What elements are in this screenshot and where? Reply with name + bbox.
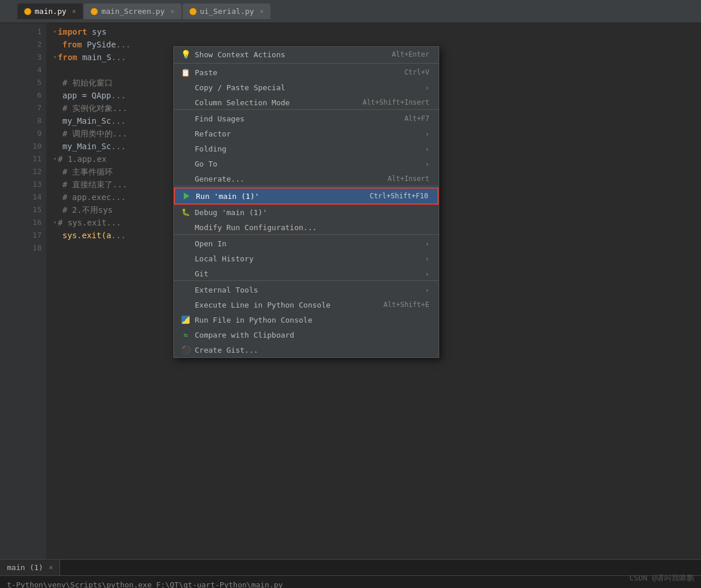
- menu-item-create-gist[interactable]: ⚫ Create Gist...: [174, 342, 439, 357]
- menu-item-show-context-actions[interactable]: 💡 Show Context Actions Alt+Enter: [174, 47, 439, 62]
- menu-label-git: Git: [195, 269, 208, 278]
- context-menu: 💡 Show Context Actions Alt+Enter 📋 Paste…: [173, 46, 439, 358]
- menu-label-column-selection: Column Selection Mode: [195, 98, 290, 107]
- menu-label-open-in: Open In: [195, 239, 227, 248]
- menu-label-debug-main: Debug 'main (1)': [195, 208, 267, 217]
- menu-label-paste: Paste: [195, 68, 217, 77]
- run-icon: [182, 191, 191, 201]
- find-usages-icon: [181, 114, 190, 123]
- go-to-icon: [181, 159, 190, 168]
- menu-item-compare-clipboard[interactable]: ⇆ Compare with Clipboard: [174, 327, 439, 342]
- menu-item-refactor[interactable]: Refactor ›: [174, 126, 439, 141]
- menu-shortcut-column-selection: Alt+Shift+Insert: [362, 98, 429, 106]
- tab-bar: main.py ✕ main_Screen.py ✕ ui_Serial.py …: [0, 0, 701, 23]
- menu-shortcut-run-main: Ctrl+Shift+F10: [370, 192, 428, 200]
- menu-item-execute-line[interactable]: Execute Line in Python Console Alt+Shift…: [174, 297, 439, 312]
- git-icon: [181, 269, 190, 278]
- bottom-tab-main[interactable]: main (1) ✕: [0, 560, 60, 575]
- tab-main-py[interactable]: main.py ✕: [17, 3, 83, 19]
- arrow-copy-paste: ›: [425, 83, 429, 92]
- tab-label-ui-serial-py: ui_Serial.py: [200, 7, 254, 16]
- arrow-external-tools: ›: [425, 286, 429, 294]
- menu-item-paste[interactable]: 📋 Paste Ctrl+V: [174, 65, 439, 80]
- menu-item-folding[interactable]: Folding ›: [174, 141, 439, 156]
- menu-label-modify-run-config: Modify Run Configuration...: [195, 223, 317, 232]
- compare-icon: ⇆: [181, 330, 190, 339]
- menu-label-execute-line: Execute Line in Python Console: [195, 301, 331, 309]
- menu-item-run-file-python[interactable]: Run File in Python Console: [174, 312, 439, 327]
- fold-icon-11[interactable]: ▾: [53, 153, 57, 165]
- code-line-1: ▾ import sys: [53, 25, 694, 38]
- bottom-bar: main (1) ✕ t-Python\venv\Scripts\python.…: [0, 559, 701, 588]
- menu-item-generate[interactable]: Generate... Alt+Insert: [174, 171, 439, 186]
- divider-1: [174, 63, 439, 64]
- terminal-text: t-Python\venv\Scripts\python.exe F:\QT\q…: [7, 580, 283, 588]
- menu-shortcut-paste: Ctrl+V: [405, 68, 429, 76]
- arrow-local-history: ›: [425, 254, 429, 263]
- refactor-icon: [181, 129, 190, 138]
- menu-item-find-usages[interactable]: Find Usages Alt+F7: [174, 111, 439, 126]
- menu-item-column-selection[interactable]: Column Selection Mode Alt+Shift+Insert: [174, 95, 439, 110]
- menu-item-local-history[interactable]: Local History ›: [174, 251, 439, 266]
- tab-label-main-screen-py: main_Screen.py: [101, 7, 165, 16]
- bottom-tab-label: main (1): [7, 563, 43, 572]
- open-in-icon: [181, 239, 190, 248]
- local-history-icon: [181, 254, 190, 263]
- menu-shortcut-execute-line: Alt+Shift+E: [384, 301, 429, 309]
- menu-item-git[interactable]: Git ›: [174, 266, 439, 281]
- tab-icon-main-py: [24, 8, 31, 15]
- menu-label-local-history: Local History: [195, 254, 254, 263]
- menu-shortcut-show-context-actions: Alt+Enter: [392, 50, 429, 58]
- tab-label-main-py: main.py: [35, 7, 66, 16]
- modify-run-icon: [181, 223, 190, 232]
- tab-close-ui-serial-py[interactable]: ✕: [260, 8, 264, 15]
- menu-label-show-context-actions: Show Context Actions: [195, 50, 285, 59]
- menu-item-modify-run-config[interactable]: Modify Run Configuration...: [174, 220, 439, 235]
- folding-icon: [181, 144, 190, 153]
- menu-item-copy-paste-special[interactable]: Copy / Paste Special ›: [174, 80, 439, 95]
- fold-icon-1[interactable]: ▾: [53, 25, 57, 38]
- menu-label-run-file-python: Run File in Python Console: [195, 316, 313, 324]
- menu-item-go-to[interactable]: Go To ›: [174, 156, 439, 171]
- generate-icon: [181, 174, 190, 183]
- menu-item-debug-main[interactable]: 🐛 Debug 'main (1)': [174, 205, 439, 220]
- execute-line-icon: [181, 300, 190, 309]
- fold-icon-3[interactable]: ▾: [53, 51, 57, 64]
- python-icon: [181, 315, 190, 324]
- menu-shortcut-find-usages: Alt+F7: [405, 114, 429, 123]
- menu-label-create-gist: Create Gist...: [195, 346, 258, 354]
- menu-label-find-usages: Find Usages: [195, 114, 244, 123]
- tab-icon-ui-serial-py: [190, 8, 196, 15]
- menu-label-generate: Generate...: [195, 175, 244, 183]
- external-tools-icon: [181, 285, 190, 294]
- tab-icon-main-screen-py: [91, 8, 98, 15]
- line-numbers: 1 2 3 4 5 6 7 8 9 10 11 12 13 14 15 16 1…: [17, 23, 46, 559]
- menu-label-refactor: Refactor: [195, 130, 231, 138]
- menu-label-folding: Folding: [195, 145, 227, 153]
- terminal-content: t-Python\venv\Scripts\python.exe F:\QT\q…: [0, 576, 701, 588]
- menu-shortcut-generate: Alt+Insert: [388, 175, 429, 183]
- menu-label-external-tools: External Tools: [195, 286, 258, 294]
- tab-ui-serial-py[interactable]: ui_Serial.py ✕: [183, 3, 271, 19]
- menu-label-compare-clipboard: Compare with Clipboard: [195, 331, 294, 339]
- menu-item-run-main[interactable]: Run 'main (1)' Ctrl+Shift+F10: [174, 187, 439, 205]
- bulb-icon: 💡: [181, 50, 190, 59]
- bottom-tab-close[interactable]: ✕: [49, 564, 53, 571]
- menu-label-run-main: Run 'main (1)': [196, 192, 259, 201]
- tab-main-screen-py[interactable]: main_Screen.py ✕: [84, 3, 181, 19]
- tab-close-main-py[interactable]: ✕: [72, 8, 76, 15]
- copy-paste-icon: [181, 83, 190, 92]
- arrow-folding: ›: [425, 145, 429, 153]
- debug-icon: 🐛: [181, 208, 190, 217]
- menu-item-external-tools[interactable]: External Tools ›: [174, 282, 439, 297]
- watermark: CSDN @请叫我嗥鹏: [629, 573, 694, 583]
- column-selection-icon: [181, 98, 190, 107]
- tab-close-main-screen-py[interactable]: ✕: [170, 8, 175, 15]
- menu-label-copy-paste-special: Copy / Paste Special: [195, 83, 285, 92]
- arrow-refactor: ›: [425, 130, 429, 138]
- menu-item-open-in[interactable]: Open In ›: [174, 236, 439, 251]
- fold-icon-16[interactable]: ▾: [53, 216, 57, 229]
- arrow-go-to: ›: [425, 160, 429, 168]
- arrow-git: ›: [425, 269, 429, 278]
- paste-icon: 📋: [181, 68, 190, 77]
